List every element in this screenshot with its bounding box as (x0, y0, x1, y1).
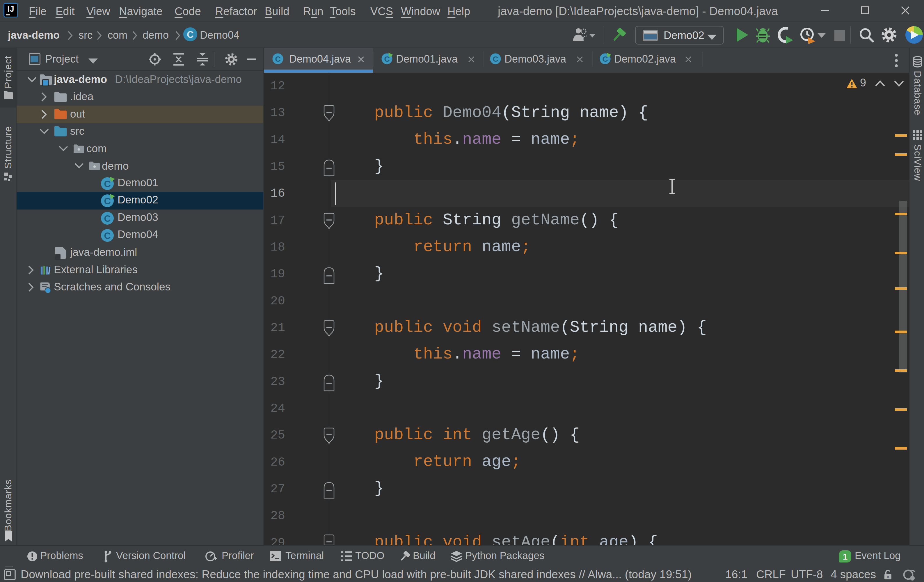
svg-text:C: C (384, 55, 389, 63)
svg-text:a: a (887, 575, 889, 579)
svg-text:C: C (104, 213, 111, 224)
svg-text:C: C (104, 179, 111, 189)
svg-text:C: C (104, 196, 111, 206)
svg-text:C: C (275, 55, 280, 63)
svg-text:C: C (493, 55, 498, 63)
svg-text:C: C (104, 230, 111, 241)
svg-text:C: C (602, 55, 608, 63)
